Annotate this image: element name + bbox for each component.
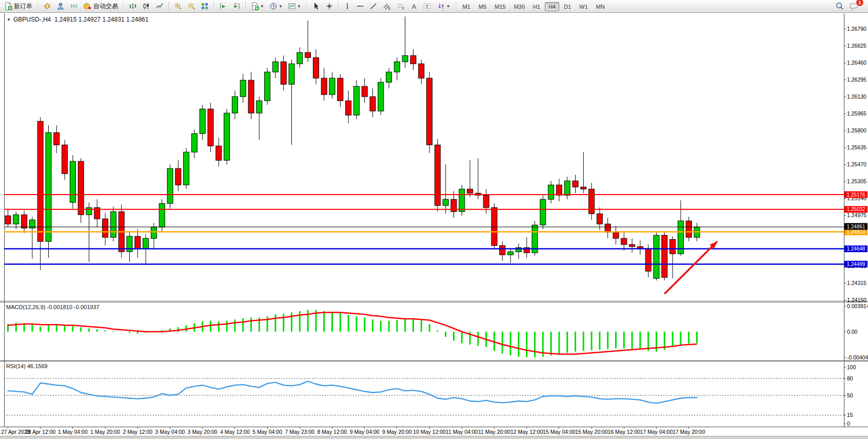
svg-text:0: 0 xyxy=(847,421,850,427)
timeframe-button-M30[interactable]: M30 xyxy=(510,2,528,11)
candle-body xyxy=(435,145,440,205)
line-chart-mode-button[interactable] xyxy=(153,1,166,12)
candle-body xyxy=(613,232,619,238)
toolbar-grip xyxy=(122,2,125,11)
indicators-button[interactable]: ▼ xyxy=(249,1,266,12)
chart-menu-arrow-icon[interactable]: ▼ xyxy=(7,17,11,22)
timeframe-button-MN[interactable]: MN xyxy=(593,2,608,11)
candle-body xyxy=(22,215,27,228)
axes-layer: 1.267901.266251.264601.262951.261301.259… xyxy=(0,13,868,435)
new-order-icon xyxy=(4,2,12,10)
candle-body xyxy=(394,62,400,72)
zoom-in-button[interactable] xyxy=(172,1,184,12)
chart-info-line: ▼GBPUSD-,H4 1.24915 1.24927 1.24831 1.24… xyxy=(7,16,148,23)
timeframe-button-H1[interactable]: H1 xyxy=(529,2,544,11)
text-label-tool-button[interactable]: T xyxy=(421,1,434,12)
clock-icon xyxy=(269,2,278,10)
macd-indicator-label: MACD(12,26,9) -0.001810 -0.001937 xyxy=(6,304,100,310)
horizontal-line-icon xyxy=(356,2,364,10)
timeframe-button-M15[interactable]: M15 xyxy=(491,2,509,11)
crosshair-tool-button[interactable] xyxy=(323,1,336,12)
periods-button[interactable]: ▼ xyxy=(267,1,285,12)
search-button[interactable] xyxy=(833,1,846,12)
candle-body xyxy=(581,187,586,189)
time-axis-label: 12 May 12:00 xyxy=(510,429,543,435)
autotrading-button[interactable]: 自动交易 xyxy=(81,1,120,12)
candle-body xyxy=(362,86,367,97)
candle-body xyxy=(240,80,246,97)
candle-body xyxy=(70,161,75,202)
timeframe-button-M5[interactable]: M5 xyxy=(475,2,490,11)
svg-text:1.24150: 1.24150 xyxy=(847,297,866,303)
svg-text:1.24315: 1.24315 xyxy=(847,280,866,286)
candle-body xyxy=(467,189,473,193)
profile-button[interactable] xyxy=(54,1,67,12)
tile-windows-button[interactable] xyxy=(199,1,211,12)
svg-text:1.26460: 1.26460 xyxy=(847,60,866,66)
timeframe-button-M1[interactable]: M1 xyxy=(459,2,474,11)
svg-text:1.24648: 1.24648 xyxy=(846,246,865,252)
dropdown-caret-icon: ▼ xyxy=(297,4,301,9)
arrows-icon xyxy=(437,2,445,10)
candlestick-mode-button[interactable] xyxy=(140,1,152,12)
horizontal-line-tool-button[interactable] xyxy=(354,1,366,12)
indicators-icon xyxy=(251,2,259,10)
templates-button[interactable]: ▼ xyxy=(286,1,303,12)
deposit-diamond-button[interactable] xyxy=(41,1,53,12)
candle-body xyxy=(483,195,489,207)
candle-body xyxy=(257,101,262,113)
text-tool-button[interactable]: A xyxy=(408,1,420,12)
candle-body xyxy=(500,245,505,255)
timeframe-button-D1[interactable]: D1 xyxy=(560,2,575,11)
candle-body xyxy=(419,64,424,78)
svg-text:100: 100 xyxy=(847,364,856,370)
arrows-tool-button[interactable]: ▼ xyxy=(435,1,452,12)
time-axis-label: 1 May 20:00 xyxy=(90,429,120,435)
candle-body xyxy=(62,145,68,174)
candle-body xyxy=(386,72,392,82)
signals-button[interactable] xyxy=(68,1,80,12)
chat-button[interactable]: 1 xyxy=(847,1,861,12)
zoom-out-button[interactable] xyxy=(185,1,198,12)
svg-text:15: 15 xyxy=(847,412,853,418)
candle-body xyxy=(491,207,497,245)
chart-canvas[interactable]: 1.267901.266251.264601.262951.261301.259… xyxy=(0,0,868,439)
autoscroll-button[interactable] xyxy=(217,1,229,12)
time-axis-label: 15 May 04:00 xyxy=(543,429,576,435)
person-icon xyxy=(56,2,65,10)
svg-text:-0.004049: -0.004049 xyxy=(847,354,868,360)
cursor-tool-button[interactable] xyxy=(310,1,322,12)
timeframe-button-W1[interactable]: W1 xyxy=(576,2,591,11)
svg-text:1.26295: 1.26295 xyxy=(847,77,866,83)
chat-badge: 1 xyxy=(856,0,864,7)
autotrading-icon xyxy=(83,2,92,10)
toolbar-grip xyxy=(455,2,457,11)
svg-text:50: 50 xyxy=(847,392,853,398)
toolbar-separator xyxy=(338,2,339,11)
time-axis-label: 7 May 23:00 xyxy=(285,429,314,435)
time-axis-label: 8 May 12:00 xyxy=(318,429,347,435)
vertical-line-tool-button[interactable] xyxy=(342,1,353,12)
timeframe-button-H4[interactable]: H4 xyxy=(545,2,559,11)
svg-text:1.26130: 1.26130 xyxy=(847,93,866,100)
candle-body xyxy=(321,78,327,94)
line-chart-icon xyxy=(155,2,164,10)
zoom-in-icon xyxy=(174,2,182,10)
new-order-button[interactable]: 新订单 xyxy=(2,1,34,12)
candle-body xyxy=(556,185,562,195)
candle-body xyxy=(184,152,189,185)
candle-body xyxy=(662,235,667,277)
time-axis-label: 3 May 20:00 xyxy=(188,429,218,435)
zoom-out-icon xyxy=(187,2,195,10)
candle-body xyxy=(589,189,595,214)
svg-text:80: 80 xyxy=(847,375,853,381)
fibonacci-tool-button[interactable]: F xyxy=(394,1,407,12)
candle-body xyxy=(370,97,376,111)
bar-chart-mode-button[interactable] xyxy=(127,1,139,12)
candle-body xyxy=(143,238,149,249)
vertical-line-icon xyxy=(344,2,351,10)
chart-shift-button[interactable] xyxy=(230,1,243,12)
trendline-tool-button[interactable] xyxy=(367,1,380,12)
channel-tool-button[interactable]: E xyxy=(381,1,393,12)
candle-body xyxy=(208,109,213,146)
